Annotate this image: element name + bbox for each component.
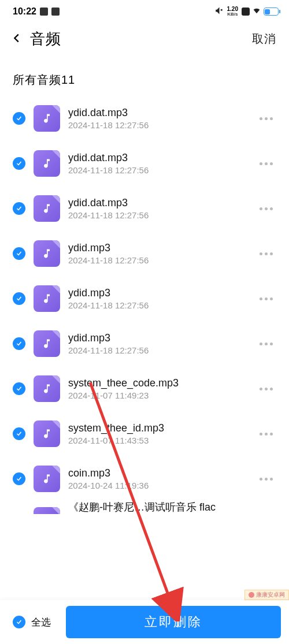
battery-icon (264, 8, 279, 16)
app-icon (242, 8, 250, 16)
status-bar: 10:22 1.20 KB/s (0, 0, 289, 23)
list-item-truncated[interactable]: 《赵鹏-叶赛尼…调试听音乐 flac (13, 501, 276, 514)
checkbox-checked[interactable] (13, 157, 25, 170)
audio-file-icon (34, 375, 60, 402)
audio-file-icon (34, 195, 60, 222)
list-item[interactable]: ydid.dat.mp32024-11-18 12:27:56 (13, 141, 276, 186)
file-name: 《赵鹏-叶赛尼…调试听音乐 flac (68, 501, 276, 514)
audio-file-icon (34, 285, 60, 312)
file-name: ydid.mp3 (68, 332, 248, 344)
more-button[interactable] (256, 384, 276, 394)
checkbox-checked[interactable] (13, 427, 25, 440)
page-title: 音频 (30, 29, 61, 49)
network-speed: 1.20 KB/s (227, 6, 238, 17)
more-button[interactable] (256, 339, 276, 349)
select-all-label: 全选 (31, 616, 51, 629)
list-item[interactable]: system_thee_id.mp32024-11-07 11:43:53 (13, 411, 276, 456)
checkbox-checked[interactable] (13, 472, 25, 485)
more-button[interactable] (256, 159, 276, 169)
more-button[interactable] (256, 249, 276, 259)
audio-file-icon (34, 150, 60, 177)
cancel-button[interactable]: 取消 (252, 31, 276, 47)
more-button[interactable] (256, 474, 276, 484)
list-item[interactable]: ydid.mp32024-11-18 12:27:56 (13, 276, 276, 321)
mute-icon (215, 6, 224, 17)
file-timestamp: 2024-11-07 11:43:53 (68, 435, 248, 445)
checkbox-checked[interactable] (13, 382, 25, 395)
page-header: 音频 取消 (0, 23, 289, 55)
file-timestamp: 2024-10-24 11:19:36 (68, 481, 248, 490)
file-name: coin.mp3 (68, 467, 248, 479)
file-timestamp: 2024-11-18 12:27:56 (68, 210, 248, 220)
file-list: ydid.dat.mp32024-11-18 12:27:56 ydid.dat… (0, 96, 289, 514)
section-title: 所有音频11 (0, 55, 289, 96)
checkbox-checked[interactable] (13, 292, 25, 305)
file-name: ydid.dat.mp3 (68, 152, 248, 164)
back-button[interactable] (7, 30, 27, 49)
select-all-button[interactable]: 全选 (8, 616, 55, 629)
list-item[interactable]: ydid.dat.mp32024-11-18 12:27:56 (13, 186, 276, 231)
file-name: ydid.dat.mp3 (68, 197, 248, 209)
audio-file-icon (34, 507, 60, 514)
more-button[interactable] (256, 114, 276, 124)
list-item[interactable]: system_thee_code.mp32024-11-07 11:49:23 (13, 366, 276, 411)
file-name: ydid.dat.mp3 (68, 107, 248, 119)
list-item[interactable]: ydid.mp32024-11-18 12:27:56 (13, 321, 276, 366)
checkbox-checked[interactable] (13, 247, 25, 260)
file-timestamp: 2024-11-18 12:27:56 (68, 345, 248, 355)
list-item[interactable]: ydid.mp32024-11-18 12:27:56 (13, 231, 276, 276)
notification-icon-1 (40, 8, 48, 16)
file-timestamp: 2024-11-18 12:27:56 (68, 120, 248, 130)
audio-file-icon (34, 420, 60, 447)
file-timestamp: 2024-11-18 12:27:56 (68, 165, 248, 175)
file-name: ydid.mp3 (68, 287, 248, 299)
file-name: system_thee_id.mp3 (68, 422, 248, 434)
audio-file-icon (34, 105, 60, 132)
more-button[interactable] (256, 429, 276, 439)
audio-file-icon (34, 330, 60, 357)
checkbox-checked[interactable] (13, 616, 25, 628)
notification-icon-2 (51, 8, 60, 16)
audio-file-icon (34, 466, 60, 492)
watermark-badge: 康康安卓网 (244, 590, 289, 600)
file-timestamp: 2024-11-18 12:27:56 (68, 255, 248, 265)
file-timestamp: 2024-11-07 11:49:23 (68, 390, 248, 400)
more-button[interactable] (256, 204, 276, 214)
delete-now-button[interactable]: 立即删除 (66, 606, 281, 638)
list-item[interactable]: ydid.dat.mp32024-11-18 12:27:56 (13, 96, 276, 141)
file-name: ydid.mp3 (68, 242, 248, 254)
wifi-icon (252, 6, 261, 17)
file-name: system_thee_code.mp3 (68, 377, 248, 389)
list-item[interactable]: coin.mp32024-10-24 11:19:36 (13, 456, 276, 501)
checkbox-checked[interactable] (13, 112, 25, 125)
file-timestamp: 2024-11-18 12:27:56 (68, 300, 248, 310)
audio-file-icon (34, 240, 60, 267)
checkbox-checked[interactable] (13, 202, 25, 215)
clock: 10:22 (13, 6, 36, 17)
bottom-toolbar: 全选 立即删除 (0, 600, 289, 644)
more-button[interactable] (256, 294, 276, 304)
checkbox-checked[interactable] (13, 337, 25, 350)
